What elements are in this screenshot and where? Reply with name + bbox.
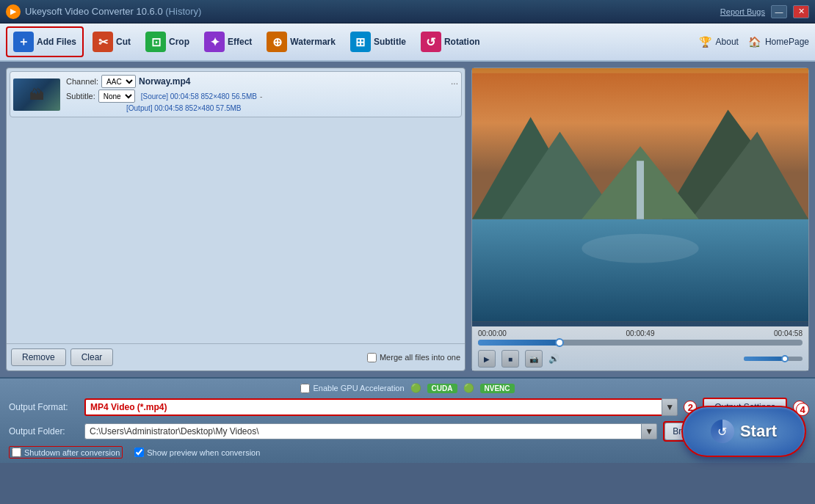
title-bar: ▶ Ukeysoft Video Converter 10.6.0 (Histo… [0,0,815,23]
format-select-wrap: ▼ [84,398,678,416]
add-files-icon: ＋ [13,32,34,52]
output-info: [Output] 00:04:58 852×480 57.5MB [126,104,242,112]
subtitle-button[interactable]: ⊞ Subtitle [344,26,412,57]
toolbar: ＋ Add Files ✂ Cut ⊡ Crop ✦ Effect ⊕ Wate… [0,23,815,62]
file-thumbnail [13,78,60,111]
play-button[interactable]: ▶ [478,350,496,368]
merge-checkbox-input[interactable] [367,353,377,362]
home-icon: 🏠 [747,34,762,49]
progress-fill [478,340,559,346]
shutdown-option: Shutdown after conversion [9,446,123,459]
subtitle-icon: ⊞ [350,32,371,52]
gpu-checkbox-input[interactable] [300,384,310,393]
volume-fill [744,357,785,361]
rotation-button[interactable]: ↺ Rotation [415,26,486,57]
time-start: 00:00:00 [478,329,507,337]
screenshot-button[interactable]: 📷 [525,350,543,368]
title-bar-left: ▶ Ukeysoft Video Converter 10.6.0 (Histo… [6,4,201,19]
progress-bar[interactable] [478,340,803,346]
about-button[interactable]: 🏆 About [698,34,739,49]
clear-button[interactable]: Clear [70,348,114,366]
time-end: 00:04:58 [774,329,803,337]
channel-select[interactable]: AAC [101,75,136,88]
folder-input[interactable] [84,423,657,439]
progress-handle[interactable] [555,338,564,347]
file-info-row-top: Channel: AAC Norway.mp4 ... [66,75,458,88]
svg-point-8 [582,234,698,263]
stop-button[interactable]: ■ [501,350,519,368]
shutdown-label: Shutdown after conversion [24,448,120,457]
playback-controls: ▶ ■ 📷 🔊 [478,350,803,368]
output-folder-label: Output Folder: [9,426,79,437]
file-source-row: Subtitle: None [Source] 00:04:58 852×480… [66,90,458,103]
effect-button[interactable]: ✦ Effect [198,26,258,57]
channel-label: Channel: [66,77,98,86]
subtitle-select[interactable]: None [98,90,135,103]
folder-input-wrap: ▼ [84,423,657,439]
output-format-label: Output Format: [9,402,79,412]
app-title: Ukeysoft Video Converter 10.6.0 (History… [25,6,201,17]
svg-rect-6 [637,161,644,219]
start-badge: 4 [796,403,809,416]
volume-icon: 🔊 [548,354,559,364]
gpu-label: Enable GPU Acceleration [313,384,404,392]
preview-label: Show preview when conversion [147,448,260,457]
file-name: Norway.mp4 [139,76,448,87]
gpu-row: Enable GPU Acceleration 🟢 CUDA 🟢 NVENC [9,383,806,393]
shutdown-checkbox[interactable] [12,448,21,457]
time-display: 00:00:00 00:00:49 00:04:58 [478,329,803,337]
watermark-button[interactable]: ⊕ Watermark [261,26,341,57]
file-info: Channel: AAC Norway.mp4 ... Subtitle: No… [66,75,458,114]
source-info: [Source] 00:04:58 852×480 56.5MB [141,92,257,101]
crop-button[interactable]: ⊡ Crop [140,26,195,57]
nvidia-icon-2: 🟢 [463,383,474,393]
nvenc-badge: NVENC [480,384,515,393]
file-output-row: [Output] 00:04:58 852×480 57.5MB [66,104,458,112]
start-icon: ↺ [711,420,734,443]
folder-dropdown-btn[interactable]: ▼ [641,423,657,439]
cut-icon: ✂ [93,32,113,52]
minimize-button[interactable]: — [771,5,787,18]
add-files-button[interactable]: ＋ Add Files [6,26,84,57]
merge-label: Merge all files into one [380,353,460,362]
file-panel-buttons: Remove Clear Merge all files into one [7,343,465,370]
start-label: Start [740,422,777,441]
about-icon: 🏆 [698,34,713,49]
title-bar-controls: Report Bugs — ✕ [720,5,809,18]
report-bugs-link[interactable]: Report Bugs [720,7,765,16]
crop-icon: ⊡ [145,32,166,52]
preview-controls: 00:00:00 00:00:49 00:04:58 ▶ ■ 📷 🔊 [472,326,808,370]
video-preview[interactable] [472,68,808,326]
main-content: Channel: AAC Norway.mp4 ... Subtitle: No… [0,62,815,377]
remove-button[interactable]: Remove [11,348,66,366]
homepage-button[interactable]: 🏠 HomePage [747,34,809,49]
subtitle-label: Subtitle: [66,92,95,101]
nvidia-icon-1: 🟢 [410,383,421,393]
rotation-icon: ↺ [421,32,441,52]
start-button[interactable]: ↺ Start 4 [681,406,806,457]
effect-icon: ✦ [204,32,225,52]
format-dropdown-btn[interactable]: ▼ [662,398,678,416]
cut-button[interactable]: ✂ Cut [87,26,137,57]
format-input[interactable] [84,398,678,416]
volume-handle[interactable] [781,355,789,362]
file-item: Channel: AAC Norway.mp4 ... Subtitle: No… [10,71,462,117]
file-dots-menu[interactable]: ... [451,76,458,87]
merge-checkbox: Merge all files into one [367,353,460,362]
close-button[interactable]: ✕ [793,5,809,18]
source-dash: - [260,92,262,101]
gpu-checkbox: Enable GPU Acceleration [300,384,404,393]
watermark-icon: ⊕ [267,32,287,52]
preview-option: Show preview when conversion [134,448,260,457]
start-section: ↺ Start 4 [681,406,806,457]
volume-bar[interactable] [744,357,803,361]
cuda-badge: CUDA [427,384,457,393]
preview-panel: 00:00:00 00:00:49 00:04:58 ▶ ■ 📷 🔊 [471,67,809,371]
time-mid: 00:00:49 [626,329,655,337]
bottom-panel: Enable GPU Acceleration 🟢 CUDA 🟢 NVENC O… [0,377,815,463]
preview-checkbox[interactable] [134,448,144,457]
app-logo: ▶ [6,4,21,19]
file-panel: Channel: AAC Norway.mp4 ... Subtitle: No… [6,67,466,371]
toolbar-right: 🏆 About 🏠 HomePage [698,34,809,49]
file-list: Channel: AAC Norway.mp4 ... Subtitle: No… [7,68,465,343]
